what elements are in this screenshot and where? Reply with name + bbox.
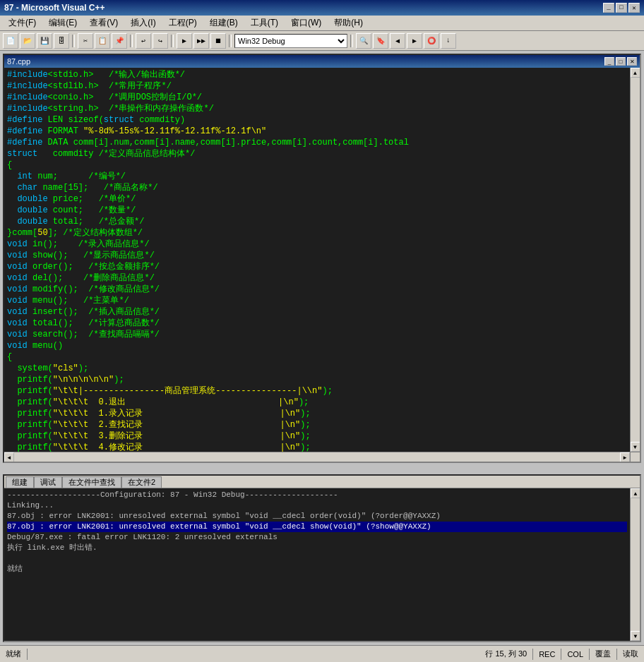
scroll-up-arrow[interactable]: ▲: [631, 68, 640, 78]
maximize-button[interactable]: □: [616, 3, 627, 13]
new-button[interactable]: 📄: [3, 33, 18, 49]
code-win-controls: _ □ ✕: [604, 57, 637, 66]
code-vertical-scrollbar[interactable]: ▲ ▼: [630, 68, 640, 452]
toolbar-separator-3: [171, 35, 174, 47]
status-rec: REC: [539, 649, 561, 660]
code-window-titlebar: 87.cpp _ □ ✕: [4, 55, 640, 68]
paste-button[interactable]: 📌: [112, 33, 127, 49]
compile-button[interactable]: ▶: [177, 33, 192, 49]
menu-file[interactable]: 文件(F): [3, 16, 42, 30]
code-editor[interactable]: #include<stdio.h> /*输入/输出函数*/ #include<s…: [4, 68, 630, 452]
code-close-button[interactable]: ✕: [627, 57, 637, 66]
prev-button[interactable]: ◀: [390, 33, 405, 49]
code-window: 87.cpp _ □ ✕ #include<stdio.h> /*输入/输出函数…: [3, 54, 641, 463]
code-window-title: 87.cpp: [7, 57, 30, 66]
menu-window[interactable]: 窗口(W): [285, 16, 327, 30]
menu-help[interactable]: 帮助(H): [328, 16, 369, 30]
status-text: 就绪: [6, 649, 21, 659]
step-button[interactable]: ↓: [441, 33, 456, 49]
copy-button[interactable]: 📋: [95, 33, 110, 49]
undo-button[interactable]: ↩: [136, 33, 151, 49]
code-horizontal-scrollbar[interactable]: ◄ ►: [4, 452, 640, 462]
toolbar-separator-4: [229, 35, 232, 47]
menu-bar: 文件(F) 编辑(E) 查看(V) 插入(I) 工程(P) 组建(B) 工具(T…: [0, 16, 644, 31]
output-content[interactable]: --------------------Configuration: 87 - …: [4, 488, 630, 641]
toolbar-separator-5: [350, 35, 353, 47]
open-button[interactable]: 📂: [20, 33, 35, 49]
toolbar-separator-2: [130, 35, 133, 47]
minimize-button[interactable]: _: [603, 3, 614, 13]
output-area-wrapper: --------------------Configuration: 87 - …: [4, 488, 640, 641]
app-title: 87 - Microsoft Visual C++: [4, 3, 105, 13]
output-vertical-scrollbar[interactable]: ▲ ▼: [630, 488, 640, 641]
toolbar-separator-1: [72, 35, 75, 47]
output-window: 组建 调试 在文件中查找 在文件2 --------------------Co…: [3, 474, 641, 642]
tab-debug[interactable]: 调试: [34, 476, 62, 488]
tab-build[interactable]: 组建: [6, 476, 34, 488]
menu-tools[interactable]: 工具(T): [245, 16, 284, 30]
status-overlay-text: 覆盖: [595, 649, 611, 659]
bookmark-button[interactable]: 🔖: [373, 33, 388, 49]
save-button[interactable]: 💾: [37, 33, 52, 49]
status-bar: 就绪 行 15, 列 30 REC COL 覆盖 读取: [0, 645, 644, 662]
save-all-button[interactable]: 🗄: [54, 33, 69, 49]
status-line-col: 行 15, 列 30: [485, 649, 533, 660]
menu-view[interactable]: 查看(V): [84, 16, 124, 30]
breakpoint-button[interactable]: ⭕: [424, 33, 439, 49]
cut-button[interactable]: ✂: [78, 33, 93, 49]
status-ready: 就绪: [6, 649, 28, 660]
scroll-right-arrow[interactable]: ►: [620, 452, 630, 462]
status-position: 行 15, 列 30: [485, 649, 527, 659]
status-overlay: 覆盖: [595, 649, 617, 660]
menu-build[interactable]: 组建(B): [204, 16, 244, 30]
scroll-left-arrow[interactable]: ◄: [4, 452, 14, 462]
next-button[interactable]: ▶: [407, 33, 422, 49]
close-button[interactable]: ✕: [628, 3, 640, 13]
stop-button[interactable]: ⏹: [210, 33, 226, 49]
status-col-text: COL: [567, 650, 583, 658]
toolbar: 📄 📂 💾 🗄 ✂ 📋 📌 ↩ ↪ ▶ ▶▶ ⏹ Win32 Debug 🔍 🔖…: [0, 31, 644, 51]
run-button[interactable]: ▶▶: [193, 33, 209, 49]
title-bar: 87 - Microsoft Visual C++ _ □ ✕: [0, 0, 644, 16]
redo-button[interactable]: ↪: [153, 33, 168, 49]
main-area: 87.cpp _ □ ✕ #include<stdio.h> /*输入/输出函数…: [0, 51, 644, 645]
scroll-down-arrow[interactable]: ▼: [631, 442, 640, 452]
code-editor-area: #include<stdio.h> /*输入/输出函数*/ #include<s…: [4, 68, 640, 452]
output-scroll-down[interactable]: ▼: [631, 631, 640, 641]
menu-project[interactable]: 工程(P): [163, 16, 203, 30]
code-maximize-button[interactable]: □: [616, 57, 626, 66]
window-controls: _ □ ✕: [603, 3, 640, 13]
config-dropdown[interactable]: Win32 Debug: [234, 34, 347, 48]
find-button[interactable]: 🔍: [356, 33, 371, 49]
status-read-text: 读取: [623, 649, 638, 658]
tab-find-in-files[interactable]: 在文件中查找: [62, 476, 121, 488]
menu-edit[interactable]: 编辑(E): [43, 16, 83, 30]
window-separator: [3, 466, 641, 471]
tab-find-in-files2[interactable]: 在文件2: [121, 476, 162, 488]
menu-insert[interactable]: 插入(I): [125, 16, 161, 30]
status-rec-text: REC: [539, 650, 555, 658]
status-col: COL: [567, 649, 590, 660]
code-minimize-button[interactable]: _: [604, 57, 614, 66]
output-scroll-up[interactable]: ▲: [631, 488, 640, 498]
status-read: 读取: [623, 649, 638, 659]
output-tabs: 组建 调试 在文件中查找 在文件2: [4, 476, 640, 488]
